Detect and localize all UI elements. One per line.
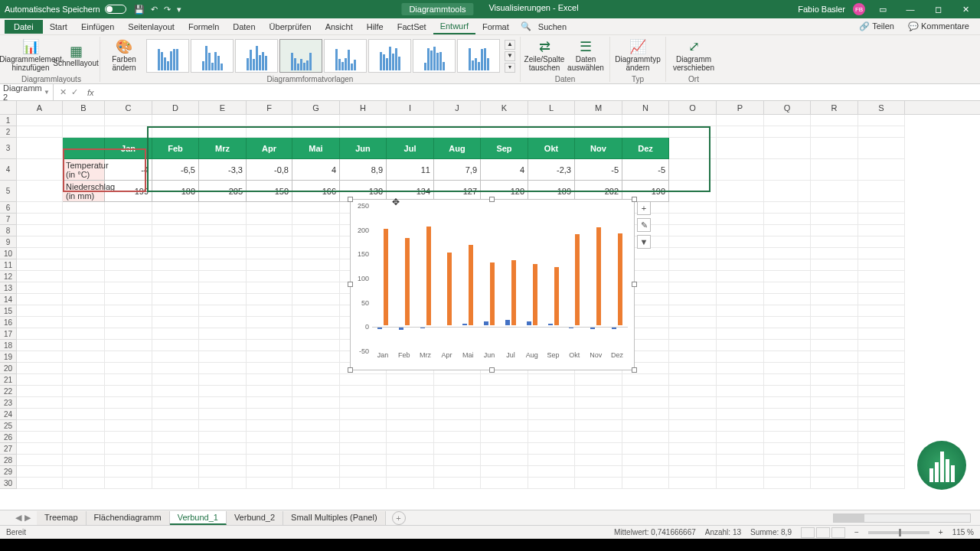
- cell[interactable]: [858, 126, 905, 138]
- bar-group[interactable]: [606, 206, 628, 350]
- cell[interactable]: [340, 455, 387, 466]
- cell[interactable]: [434, 409, 481, 420]
- cell[interactable]: [152, 455, 199, 466]
- cell[interactable]: [387, 409, 434, 420]
- bar-group[interactable]: [372, 206, 394, 350]
- cell[interactable]: [811, 409, 858, 420]
- cell[interactable]: [17, 159, 63, 181]
- cell[interactable]: [63, 202, 105, 214]
- cell[interactable]: [387, 455, 434, 466]
- cell[interactable]: [717, 282, 764, 294]
- cell[interactable]: [17, 271, 63, 282]
- cell[interactable]: [152, 214, 199, 225]
- search-icon[interactable]: 🔍: [521, 21, 531, 31]
- cell[interactable]: [858, 181, 905, 202]
- chart-filter-button[interactable]: ▼: [637, 235, 651, 249]
- cell[interactable]: [63, 374, 105, 386]
- cell[interactable]: [622, 455, 669, 466]
- cell[interactable]: [669, 271, 717, 282]
- row-header[interactable]: 2: [0, 126, 17, 138]
- cell[interactable]: [247, 259, 292, 271]
- quick-layout-button[interactable]: ▦Schnelllayout: [57, 37, 95, 75]
- cell[interactable]: [17, 340, 63, 351]
- cell[interactable]: [434, 115, 481, 126]
- cell[interactable]: [63, 386, 105, 397]
- sheet-tab[interactable]: Verbund_2: [227, 511, 283, 525]
- cell[interactable]: [247, 409, 292, 420]
- cell[interactable]: [63, 432, 105, 443]
- cell[interactable]: [340, 466, 387, 478]
- row-header[interactable]: 13: [0, 282, 17, 294]
- cell[interactable]: [764, 317, 811, 328]
- cell[interactable]: [63, 351, 105, 363]
- cell[interactable]: [63, 317, 105, 328]
- cell[interactable]: [811, 259, 858, 271]
- undo-icon[interactable]: ↶: [151, 5, 158, 15]
- column-header[interactable]: C: [105, 101, 152, 114]
- add-sheet-button[interactable]: +: [392, 511, 406, 525]
- select-all-corner[interactable]: [0, 101, 17, 114]
- cell[interactable]: [247, 236, 292, 248]
- cell[interactable]: [858, 351, 905, 363]
- cell[interactable]: [152, 328, 199, 340]
- cell[interactable]: [247, 317, 292, 328]
- cell[interactable]: [17, 443, 63, 455]
- cell[interactable]: [63, 363, 105, 374]
- cell[interactable]: [152, 236, 199, 248]
- cell[interactable]: [764, 386, 811, 397]
- cell[interactable]: [105, 386, 152, 397]
- cell[interactable]: [63, 225, 105, 236]
- cell[interactable]: [669, 340, 717, 351]
- cell[interactable]: [247, 478, 292, 489]
- data-cell[interactable]: 4: [292, 159, 340, 181]
- cell[interactable]: [764, 202, 811, 214]
- cell[interactable]: [717, 236, 764, 248]
- tab-hilfe[interactable]: Hilfe: [360, 20, 390, 34]
- cell[interactable]: [17, 409, 63, 420]
- row-header[interactable]: 25: [0, 420, 17, 432]
- cell[interactable]: [199, 214, 247, 225]
- cell[interactable]: [528, 420, 575, 432]
- cell[interactable]: [434, 126, 481, 138]
- cell[interactable]: [17, 478, 63, 489]
- minimize-icon[interactable]: —: [900, 5, 920, 14]
- cell[interactable]: [811, 374, 858, 386]
- data-cell[interactable]: 7,9: [434, 159, 481, 181]
- cell[interactable]: [63, 340, 105, 351]
- sheet-tab[interactable]: Verbund_1: [170, 511, 227, 525]
- cell[interactable]: [199, 351, 247, 363]
- chart-elements-button[interactable]: +: [637, 201, 651, 215]
- cell[interactable]: [858, 328, 905, 340]
- row-header[interactable]: 5: [0, 181, 17, 202]
- chart-style-thumb[interactable]: [146, 39, 189, 73]
- add-chart-element-button[interactable]: 📊Diagrammelement hinzufügen: [8, 37, 54, 75]
- name-box[interactable]: Diagramm 2▼: [0, 83, 54, 102]
- cell[interactable]: [292, 363, 340, 374]
- cell[interactable]: [858, 466, 905, 478]
- view-page-break-icon[interactable]: [831, 527, 845, 538]
- cell[interactable]: [717, 271, 764, 282]
- cell[interactable]: [63, 271, 105, 282]
- column-header[interactable]: B: [63, 101, 105, 114]
- data-cell[interactable]: Niederschlag (in mm): [63, 181, 105, 202]
- cell[interactable]: [669, 259, 717, 271]
- cell[interactable]: [669, 202, 717, 214]
- cell[interactable]: [17, 214, 63, 225]
- bar-group[interactable]: [521, 206, 543, 350]
- row-header[interactable]: 29: [0, 466, 17, 478]
- cell[interactable]: [17, 126, 63, 138]
- cell[interactable]: [292, 478, 340, 489]
- cell[interactable]: [105, 282, 152, 294]
- column-header[interactable]: D: [152, 101, 199, 114]
- cell[interactable]: [858, 374, 905, 386]
- cell[interactable]: [247, 340, 292, 351]
- tab-einfügen[interactable]: Einfügen: [74, 20, 121, 34]
- move-chart-button[interactable]: ⤢Diagramm verschieben: [671, 37, 717, 75]
- cell[interactable]: [858, 420, 905, 432]
- row-header[interactable]: 24: [0, 409, 17, 420]
- row-header[interactable]: 7: [0, 214, 17, 225]
- chart-style-thumb[interactable]: [191, 39, 234, 73]
- data-cell[interactable]: -3,3: [199, 159, 247, 181]
- cell[interactable]: [764, 455, 811, 466]
- cell[interactable]: [669, 420, 717, 432]
